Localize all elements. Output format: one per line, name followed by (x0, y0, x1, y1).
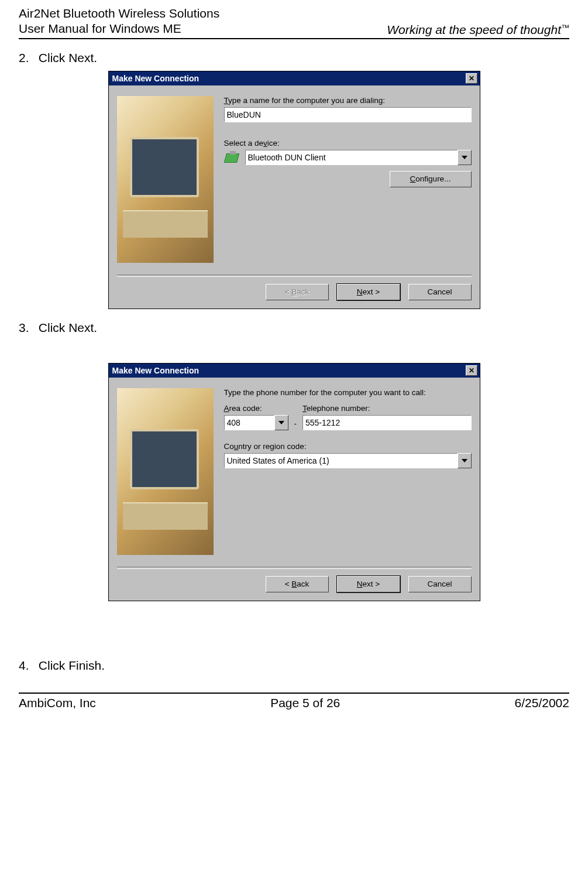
country-label-post: ntry or region code: (238, 442, 306, 451)
connection-name-input[interactable] (224, 107, 472, 122)
next-u-1: N (357, 287, 363, 296)
header-right: Working at the speed of thought™ (387, 23, 569, 37)
header-line-1: Air2Net Bluetooth Wireless Solutions (19, 6, 219, 21)
step-2-number: 2. (19, 51, 35, 65)
step-4: 4. Click Finish. (19, 659, 569, 673)
device-select[interactable] (245, 150, 472, 165)
cancel-button-1[interactable]: Cancel (408, 284, 472, 300)
device-label-pre: Select a de (224, 139, 264, 148)
header-left: Air2Net Bluetooth Wireless Solutions Use… (19, 6, 219, 37)
next-post-1: ext > (363, 287, 380, 296)
back-button-1[interactable]: < Back (266, 284, 329, 300)
configure-post: onfigure... (415, 174, 451, 183)
dialog-2-wrap: Make New Connection ✕ Type the phone num… (19, 363, 569, 601)
titlebar-1: Make New Connection ✕ (109, 71, 480, 85)
chevron-down-icon[interactable] (458, 453, 472, 468)
area-code-input[interactable] (224, 415, 274, 430)
dialog-2-buttons: < Back Next > Cancel (109, 569, 480, 601)
dialog-make-new-connection-2: Make New Connection ✕ Type the phone num… (108, 363, 480, 601)
titlebar-2-text: Make New Connection (112, 366, 200, 375)
step-2: 2. Click Next. (19, 51, 569, 65)
telephone-label: Telephone number: (302, 404, 472, 413)
area-label-u: A (224, 404, 229, 413)
header-line-2: User Manual for Windows ME (19, 21, 219, 36)
device-select-value[interactable] (245, 150, 458, 165)
footer-left: AmbiCom, Inc (19, 696, 96, 710)
chevron-down-icon[interactable] (274, 415, 288, 430)
dialog-make-new-connection-1: Make New Connection ✕ Type a name for th… (108, 71, 480, 309)
titlebar-1-text: Make New Connection (112, 74, 200, 83)
back-button-2[interactable]: < Back (266, 576, 329, 592)
header-slogan: Working at the speed of thought (387, 23, 561, 36)
telephone-input[interactable] (302, 415, 472, 430)
country-select[interactable] (224, 453, 472, 468)
next-post-2: ext > (363, 580, 380, 588)
back-post-1: ack (297, 287, 309, 296)
footer-center: Page 5 of 26 (270, 696, 340, 710)
step-3-number: 3. (19, 321, 35, 335)
footer-right: 6/25/2002 (515, 696, 569, 710)
phone-instruction: Type the phone number for the computer y… (224, 388, 472, 397)
dialog-2-body: Type the phone number for the computer y… (109, 378, 480, 561)
device-label-post: ice: (267, 139, 280, 148)
configure-u: C (410, 174, 416, 183)
configure-button[interactable]: Configure... (390, 171, 472, 187)
tel-label-post: elephone number: (307, 404, 370, 413)
back-u-1: B (291, 287, 297, 296)
document-page: Air2Net Bluetooth Wireless Solutions Use… (0, 0, 588, 722)
next-button-2[interactable]: Next > (337, 576, 400, 592)
page-header: Air2Net Bluetooth Wireless Solutions Use… (19, 6, 569, 39)
device-label-u: v (263, 139, 267, 148)
area-code-col: Area code: (224, 404, 288, 430)
area-code-select[interactable] (224, 415, 288, 430)
device-row (224, 150, 472, 165)
step-4-text: Click Finish. (39, 659, 105, 672)
dialog-1-body: Type a name for the computer you are dia… (109, 85, 480, 269)
dialog-2-form: Type the phone number for the computer y… (224, 388, 472, 555)
country-select-value[interactable] (224, 453, 458, 468)
close-icon[interactable]: ✕ (466, 365, 477, 376)
chevron-down-icon[interactable] (458, 150, 472, 165)
area-label-post: rea code: (229, 404, 262, 413)
name-label-u: T (224, 96, 229, 105)
dialog-1-wrap: Make New Connection ✕ Type a name for th… (19, 71, 569, 309)
next-u-2: N (357, 580, 363, 588)
area-code-label: Area code: (224, 404, 288, 413)
back-lt-2: < (285, 580, 292, 588)
cancel-button-2[interactable]: Cancel (408, 576, 472, 592)
step-3: 3. Click Next. (19, 321, 569, 335)
step-4-number: 4. (19, 659, 35, 673)
step-2-text: Click Next. (39, 51, 97, 64)
phone-dash: - (294, 419, 297, 430)
name-label: Type a name for the computer you are dia… (224, 96, 472, 105)
titlebar-2: Make New Connection ✕ (109, 364, 480, 378)
back-lt-1: < (285, 287, 292, 296)
phone-row: Area code: - Telephone number: (224, 404, 472, 430)
step-3-text: Click Next. (39, 321, 97, 334)
wizard-image-1 (117, 96, 214, 263)
dialog-1-form: Type a name for the computer you are dia… (224, 96, 472, 263)
tel-label-u: T (302, 404, 307, 413)
wizard-image-2 (117, 388, 214, 555)
device-label: Select a device: (224, 139, 472, 148)
next-button-1[interactable]: Next > (337, 284, 400, 300)
back-u-2: B (291, 580, 297, 588)
name-label-post: ype a name for the computer you are dial… (228, 96, 385, 105)
close-icon[interactable]: ✕ (466, 73, 477, 84)
telephone-col: Telephone number: (302, 404, 472, 430)
page-footer: AmbiCom, Inc Page 5 of 26 6/25/2002 (19, 693, 569, 710)
dialog-1-buttons: < Back Next > Cancel (109, 277, 480, 309)
back-post-2: ack (297, 580, 309, 588)
modem-icon (224, 150, 240, 165)
tm-symbol: ™ (561, 23, 569, 32)
country-label-pre: Co (224, 442, 234, 451)
country-label: Country or region code: (224, 442, 472, 451)
configure-row: Configure... (224, 171, 472, 187)
